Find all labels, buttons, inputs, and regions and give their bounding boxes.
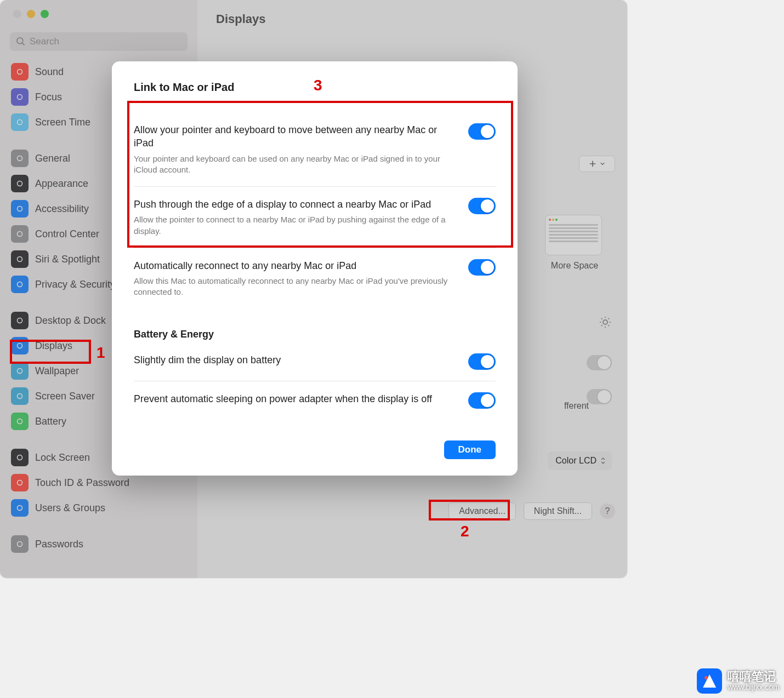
setting-row: Automatically reconnect to any nearby Ma… bbox=[134, 248, 496, 309]
setting-row: Push through the edge of a display to co… bbox=[134, 186, 496, 248]
watermark: 嘻嘻笔记 www.bijixx.com bbox=[697, 668, 780, 694]
modal-section-battery: Battery & Energy bbox=[134, 329, 496, 340]
done-button[interactable]: Done bbox=[444, 440, 496, 459]
toggle-prevent-sleep[interactable] bbox=[468, 392, 496, 409]
settings-window: SoundFocusScreen TimeGeneralAppearanceAc… bbox=[0, 0, 627, 578]
toggle-push-edge[interactable] bbox=[468, 198, 496, 214]
watermark-logo bbox=[697, 668, 722, 694]
setting-description: Allow the pointer to connect to a nearby… bbox=[134, 214, 457, 237]
watermark-title: 嘻嘻笔记 bbox=[728, 670, 780, 683]
setting-title: Automatically reconnect to any nearby Ma… bbox=[134, 259, 457, 272]
annotation-label-3: 3 bbox=[314, 77, 322, 94]
annotation-label-1: 1 bbox=[96, 344, 105, 362]
setting-title: Prevent automatic sleeping on power adap… bbox=[134, 392, 457, 405]
advanced-modal: Link to Mac or iPad Allow your pointer a… bbox=[112, 61, 518, 476]
annotation-label-2: 2 bbox=[461, 523, 469, 540]
setting-row: Prevent automatic sleeping on power adap… bbox=[134, 381, 496, 420]
setting-description: Your pointer and keyboard can be used on… bbox=[134, 153, 457, 176]
setting-title: Allow your pointer and keyboard to move … bbox=[134, 123, 457, 150]
toggle-universal-control[interactable] bbox=[468, 123, 496, 140]
setting-description: Allow this Mac to automatically reconnec… bbox=[134, 276, 457, 298]
setting-row: Allow your pointer and keyboard to move … bbox=[134, 112, 496, 186]
watermark-url: www.bijixx.com bbox=[728, 683, 780, 691]
toggle-dim-battery[interactable] bbox=[468, 353, 496, 370]
setting-title: Push through the edge of a display to co… bbox=[134, 198, 457, 211]
setting-title: Slightly dim the display on battery bbox=[134, 353, 457, 367]
setting-row: Slightly dim the display on battery bbox=[134, 342, 496, 381]
toggle-auto-reconnect[interactable] bbox=[468, 259, 496, 276]
